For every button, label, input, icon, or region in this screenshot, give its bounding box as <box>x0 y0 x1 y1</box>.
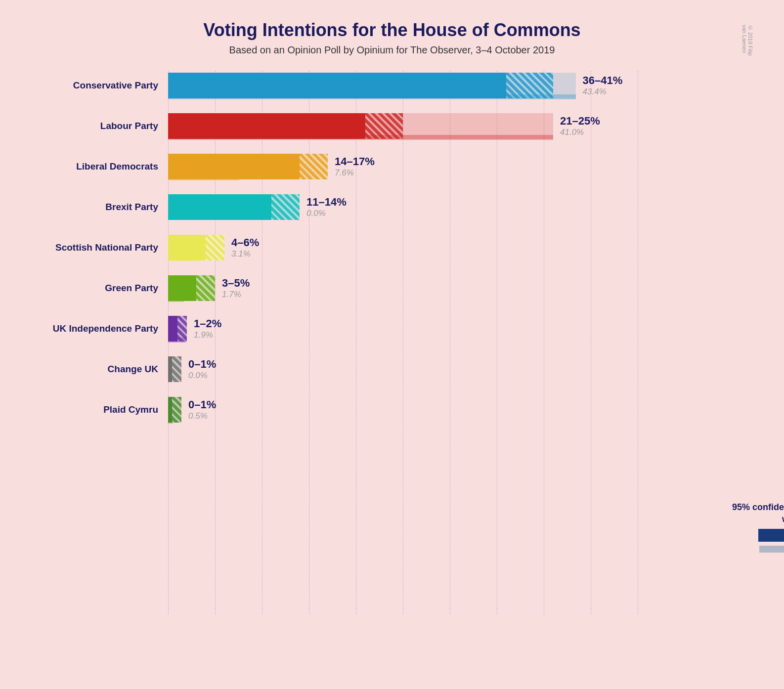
bar-value-label: 3–5%1.7% <box>222 277 250 300</box>
bar-ci <box>172 397 181 423</box>
bar-last-result <box>168 94 576 99</box>
bar-last-text: 1.9% <box>194 330 221 340</box>
bar-row: Plaid Cymru0–1%0.5% <box>168 395 655 425</box>
bar-wrapper <box>168 112 553 140</box>
bar-last-result <box>168 419 173 424</box>
chart-title: Voting Intentions for the House of Commo… <box>30 20 754 41</box>
party-label-6: UK Independence Party <box>30 323 163 334</box>
bar-last-text: 0.0% <box>188 371 216 381</box>
legend-last-result-label: Last result <box>715 555 784 565</box>
bar-value-label: 0–1%0.0% <box>188 358 216 381</box>
bar-value-label: 14–17%7.6% <box>335 155 375 178</box>
bar-wrapper <box>168 355 181 383</box>
bar-range-text: 0–1% <box>188 358 216 371</box>
bar-ci <box>271 194 300 220</box>
bar-row: Scottish National Party4–6%3.1% <box>168 233 655 262</box>
bar-ci <box>172 356 181 382</box>
bar-range-text: 11–14% <box>306 196 347 209</box>
bar-ci <box>300 154 328 179</box>
bar-main <box>168 194 271 220</box>
bar-last-result <box>168 297 184 302</box>
bar-value-label: 36–41%43.4% <box>583 74 623 97</box>
bar-wrapper <box>168 315 187 343</box>
bar-main <box>168 356 172 382</box>
bar-value-label: 21–25%41.0% <box>560 115 600 137</box>
bar-wrapper <box>168 396 181 424</box>
bar-row: Conservative Party36–41%43.4% <box>168 71 655 100</box>
bar-row: Change UK0–1%0.0% <box>168 354 655 384</box>
party-label-3: Brexit Party <box>30 202 163 213</box>
bar-last-result <box>168 175 239 180</box>
bar-last-text: 0.5% <box>188 411 216 421</box>
party-label-8: Plaid Cymru <box>30 404 163 415</box>
bar-range-text: 1–2% <box>194 317 221 330</box>
bar-row: UK Independence Party1–2%1.9% <box>168 314 655 344</box>
bar-value-label: 4–6%3.1% <box>231 236 259 259</box>
party-label-5: Green Party <box>30 283 163 294</box>
bar-last-text: 0.0% <box>306 209 347 218</box>
party-label-4: Scottish National Party <box>30 242 163 253</box>
bar-row: Liberal Democrats14–17%7.6% <box>168 152 655 181</box>
party-label-2: Liberal Democrats <box>30 161 163 172</box>
bar-last-result <box>168 338 186 343</box>
bar-row: Brexit Party11–14%0.0% <box>168 192 655 222</box>
chart-container: Voting Intentions for the House of Commo… <box>10 10 774 634</box>
bar-last-result <box>168 257 197 261</box>
bar-last-text: 1.7% <box>222 290 250 300</box>
bar-wrapper <box>168 193 300 221</box>
bar-range-text: 36–41% <box>583 74 623 87</box>
bar-last-result <box>168 135 553 140</box>
bar-last-text: 43.4% <box>583 87 623 97</box>
bars-container: Conservative Party36–41%43.4%Labour Part… <box>168 71 655 614</box>
bar-row: Green Party3–5%1.7% <box>168 273 655 303</box>
legend-ci-solid <box>758 529 784 542</box>
party-label-1: Labour Party <box>30 121 163 131</box>
bar-range-text: 21–25% <box>560 115 600 128</box>
bar-row: Labour Party21–25%41.0% <box>168 111 655 141</box>
chart-subtitle: Based on an Opinion Poll by Opinium for … <box>30 44 754 56</box>
bar-ci <box>206 235 224 260</box>
bar-range-text: 4–6% <box>231 236 259 249</box>
bar-range-text: 14–17% <box>335 155 375 168</box>
bar-ci <box>196 275 215 301</box>
bar-range-text: 0–1% <box>188 398 216 411</box>
party-label-7: Change UK <box>30 364 163 375</box>
bar-last-text: 7.6% <box>335 168 375 178</box>
bar-value-label: 11–14%0.0% <box>306 196 347 218</box>
bar-wrapper <box>168 153 328 180</box>
legend-title: 95% confidence intervalwith median <box>715 502 784 525</box>
bar-last-text: 41.0% <box>560 128 600 137</box>
bar-last-text: 3.1% <box>231 249 259 259</box>
bar-wrapper <box>168 274 215 302</box>
legend-last-result-bar <box>759 546 784 553</box>
bar-wrapper <box>168 72 576 99</box>
bar-range-text: 3–5% <box>222 277 250 290</box>
bar-wrapper <box>168 234 224 261</box>
bar-value-label: 1–2%1.9% <box>194 317 221 340</box>
chart-area: Conservative Party36–41%43.4%Labour Part… <box>30 71 754 614</box>
party-label-0: Conservative Party <box>30 80 163 91</box>
copyright: © 2019 Filip van Laenen <box>741 25 753 56</box>
bar-value-label: 0–1%0.5% <box>188 398 216 421</box>
